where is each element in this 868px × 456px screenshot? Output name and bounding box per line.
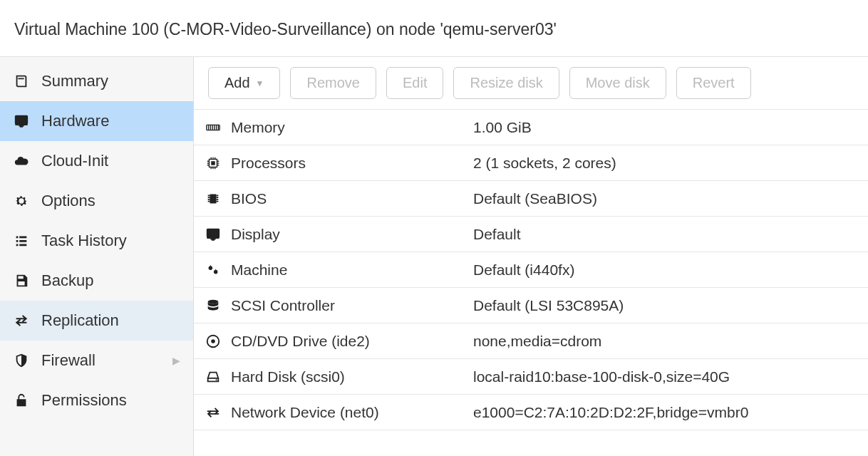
chevron-down-icon: ▼ (256, 78, 264, 88)
book-icon (13, 73, 30, 89)
save-icon (13, 273, 30, 289)
sidebar-item-backup[interactable]: Backup (0, 261, 193, 301)
chevron-right-icon: ▶ (172, 355, 180, 366)
hardware-row-network-device-net0[interactable]: Network Device (net0)e1000=C2:7A:10:2D:D… (194, 395, 868, 430)
sidebar-item-task-history[interactable]: Task History (0, 221, 193, 261)
resize-disk-button[interactable]: Resize disk (453, 67, 559, 99)
hardware-row-label: SCSI Controller (231, 297, 473, 314)
sidebar-item-label: Options (41, 192, 95, 210)
sidebar-item-summary[interactable]: Summary (0, 61, 193, 101)
hardware-row-display[interactable]: DisplayDefault (194, 217, 868, 252)
database-icon (205, 298, 231, 314)
network-icon (205, 405, 231, 420)
hardware-row-label: Hard Disk (scsi0) (231, 368, 473, 385)
hardware-row-label: CD/DVD Drive (ide2) (231, 333, 473, 350)
revert-button[interactable]: Revert (676, 67, 751, 99)
hardware-row-value: 1.00 GiB (473, 119, 857, 136)
remove-button[interactable]: Remove (290, 67, 376, 99)
sidebar-item-label: Cloud-Init (41, 152, 108, 170)
sidebar-item-hardware[interactable]: Hardware (0, 101, 193, 141)
sidebar-item-options[interactable]: Options (0, 181, 193, 221)
sidebar-item-label: Summary (41, 72, 108, 90)
hardware-row-processors[interactable]: Processors2 (1 sockets, 2 cores) (194, 145, 868, 181)
list-icon (13, 233, 30, 249)
chip-icon (205, 191, 231, 207)
shield-icon (13, 353, 30, 368)
desktop-icon (205, 227, 231, 242)
hardware-row-machine[interactable]: MachineDefault (i440fx) (194, 252, 868, 288)
hardware-row-label: BIOS (231, 190, 473, 207)
sidebar: SummaryHardwareCloud-InitOptionsTask His… (0, 57, 194, 456)
sidebar-item-label: Task History (41, 232, 127, 250)
sidebar-item-label: Firewall (41, 351, 95, 370)
hardware-row-value: e1000=C2:7A:10:2D:D2:2F,bridge=vmbr0 (473, 404, 857, 421)
hardware-row-label: Processors (231, 155, 473, 172)
hardware-row-label: Machine (231, 261, 473, 279)
desktop-icon (13, 113, 30, 129)
hardware-row-value: Default (i440fx) (473, 261, 857, 279)
move-disk-button[interactable]: Move disk (569, 67, 666, 99)
cpu-icon (205, 155, 231, 171)
hdd-icon (205, 369, 231, 385)
sidebar-item-replication[interactable]: Replication (0, 301, 193, 341)
hardware-row-memory[interactable]: Memory1.00 GiB (194, 110, 868, 145)
toolbar: Add ▼ Remove Edit Resize disk Move disk … (194, 57, 868, 110)
sidebar-item-firewall[interactable]: Firewall▶ (0, 341, 193, 380)
sidebar-item-label: Hardware (41, 112, 109, 130)
sidebar-item-label: Replication (41, 311, 119, 330)
hardware-row-value: local-raid10:base-100-disk-0,size=40G (473, 368, 857, 385)
cogs-icon (205, 262, 231, 278)
sidebar-item-label: Permissions (41, 391, 127, 410)
memory-icon (205, 120, 231, 135)
hardware-row-value: Default (LSI 53C895A) (473, 297, 857, 314)
hardware-row-label: Memory (231, 119, 473, 136)
hardware-row-hard-disk-scsi0[interactable]: Hard Disk (scsi0)local-raid10:base-100-d… (194, 359, 868, 395)
hardware-row-value: Default (473, 226, 857, 243)
hardware-row-scsi-controller[interactable]: SCSI ControllerDefault (LSI 53C895A) (194, 288, 868, 323)
hardware-row-cd-dvd-drive-ide2[interactable]: CD/DVD Drive (ide2)none,media=cdrom (194, 323, 868, 359)
disc-icon (205, 333, 231, 349)
hardware-row-bios[interactable]: BIOSDefault (SeaBIOS) (194, 181, 868, 217)
hardware-grid: Memory1.00 GiBProcessors2 (1 sockets, 2 … (194, 110, 868, 456)
page-title: Virtual Machine 100 (C-MOR-Video-Surveil… (0, 0, 868, 57)
sidebar-item-label: Backup (41, 271, 93, 290)
hardware-row-value: 2 (1 sockets, 2 cores) (473, 155, 857, 172)
hardware-row-label: Network Device (net0) (231, 404, 473, 421)
unlock-icon (13, 393, 30, 408)
gear-icon (13, 193, 30, 209)
sidebar-item-permissions[interactable]: Permissions (0, 380, 193, 420)
sidebar-item-cloud-init[interactable]: Cloud-Init (0, 141, 193, 181)
exchange-icon (13, 313, 30, 328)
hardware-row-label: Display (231, 226, 473, 243)
add-button[interactable]: Add ▼ (208, 67, 280, 99)
cloud-icon (13, 153, 30, 169)
hardware-row-value: none,media=cdrom (473, 333, 857, 350)
hardware-row-value: Default (SeaBIOS) (473, 190, 857, 207)
edit-button[interactable]: Edit (386, 67, 443, 99)
